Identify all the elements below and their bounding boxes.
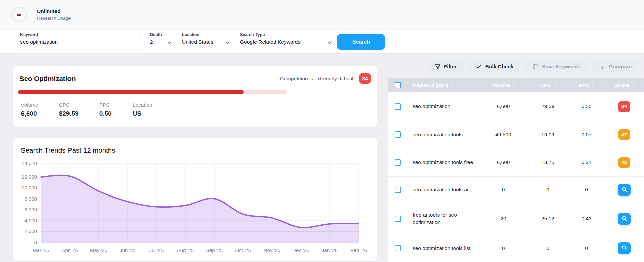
keyword-field[interactable]: Keyword: [15, 35, 141, 49]
keywords-table: Keyword (237) Volume CPC PPC Score seo o…: [388, 78, 644, 262]
chart-title: Search Trends Past 12 months: [13, 138, 377, 155]
stat-volume: Volume 6,600: [21, 102, 38, 117]
sort-icon[interactable]: [592, 83, 594, 87]
svg-text:Jul '25: Jul '25: [149, 247, 164, 253]
keyword-title: Seo Optimization: [19, 75, 76, 83]
location-select-value: United States: [182, 35, 213, 49]
keyword-search-button[interactable]: [618, 184, 631, 196]
ppc-cell: 0.31: [569, 159, 604, 165]
search-trends-chart: 02,0004,0006,0008,00010,00012,00014,520M…: [13, 157, 377, 261]
score-badge: 42: [618, 157, 630, 168]
svg-text:Sep '25: Sep '25: [206, 247, 223, 253]
column-header-ppc[interactable]: PPC: [569, 82, 604, 88]
volume-cell: 0: [480, 245, 527, 251]
overview-stats: Volume 6,600 CPC $29.59 PPC 0.50 Locatio…: [13, 94, 377, 117]
column-header-keyword[interactable]: Keyword (237): [413, 82, 480, 89]
funnel-icon: [435, 64, 441, 70]
keyword-input[interactable]: [15, 35, 141, 49]
trends-card: Search Trends Past 12 months 02,0004,000…: [13, 138, 377, 261]
svg-text:Apr '25: Apr '25: [62, 247, 78, 253]
competition-score-badge: 84: [359, 73, 371, 84]
column-header-score[interactable]: Score: [604, 82, 644, 88]
score-badge: 47: [618, 129, 630, 140]
plan-usage-label: Research Usage: [37, 16, 71, 21]
depth-select[interactable]: Depth 2: [145, 35, 177, 49]
keyword-cell: seo optimization: [413, 103, 480, 110]
cpc-cell: 29.59: [527, 103, 569, 110]
chevron-down-icon: [328, 40, 332, 44]
infinity-glyph: ∞: [17, 11, 22, 18]
save-keywords-button[interactable]: Save Keywords: [526, 59, 587, 74]
search-type-select[interactable]: Search Type Google Related Keywords: [235, 35, 338, 49]
ppc-cell: 0.07: [569, 132, 604, 138]
keyword-cell: seo optimization tools: [413, 131, 480, 138]
svg-text:12,000: 12,000: [21, 174, 37, 180]
svg-text:6,000: 6,000: [24, 207, 37, 212]
bulk-check-button[interactable]: Bulk Check: [469, 59, 520, 74]
compare-button[interactable]: Compare: [593, 59, 638, 74]
keyword-search-button[interactable]: [618, 242, 631, 254]
table-toolbar: Filter Bulk Check Save Keywords Compare: [388, 59, 644, 74]
sort-icon[interactable]: [451, 83, 453, 87]
chevron-down-icon: [225, 40, 230, 44]
svg-text:10,000: 10,000: [21, 185, 37, 190]
cpc-cell: 19.09: [527, 132, 569, 138]
table-row: seo optimization tools list 0 0 0: [388, 234, 644, 262]
location-select[interactable]: Location United States: [177, 35, 235, 49]
bar-chart-icon: [600, 64, 606, 70]
save-icon: [533, 64, 539, 70]
volume-cell: 6,600: [480, 159, 527, 165]
plan-name: Unlimited: [37, 8, 71, 14]
svg-text:May '25: May '25: [90, 247, 107, 253]
row-checkbox[interactable]: [395, 187, 401, 193]
ppc-cell: 0.43: [569, 216, 604, 222]
stat-ppc: PPC 0.50: [99, 102, 112, 117]
volume-cell: 49,500: [480, 132, 527, 138]
keyword-search-button[interactable]: [618, 213, 631, 225]
check-icon: [476, 64, 482, 70]
volume-cell: 0: [480, 187, 527, 193]
keyword-cell: free ai tools for seo optimization: [413, 211, 480, 226]
topbar: ∞ Unlimited Research Usage: [0, 0, 644, 29]
stat-location: Location US: [133, 102, 152, 117]
table-header: Keyword (237) Volume CPC PPC Score: [388, 78, 644, 92]
svg-text:Mar '25: Mar '25: [33, 247, 49, 253]
score-badge: 84: [618, 101, 630, 112]
table-row: seo optimization tools ai 0 0 0: [388, 177, 644, 203]
magnifier-icon: [621, 245, 627, 252]
volume-cell: 6,600: [480, 103, 527, 110]
column-header-cpc[interactable]: CPC: [527, 82, 569, 88]
ppc-cell: 0.50: [569, 103, 604, 110]
column-header-volume[interactable]: Volume: [480, 82, 527, 88]
row-checkbox[interactable]: [395, 216, 401, 222]
svg-text:Dec '25: Dec '25: [292, 247, 309, 253]
volume-cell: 20: [480, 216, 527, 222]
sort-icon[interactable]: [632, 83, 634, 87]
row-checkbox[interactable]: [395, 245, 401, 251]
competition-text: Competition is extremely difficult: [280, 76, 355, 82]
search-form: Keyword Depth 2 Location United States S…: [0, 30, 644, 54]
svg-text:8,000: 8,000: [24, 196, 37, 202]
stat-cpc: CPC $29.59: [59, 102, 79, 117]
svg-text:Jan '26: Jan '26: [322, 247, 338, 253]
select-all-checkbox[interactable]: [395, 82, 401, 88]
table-row: seo optimization tools free 6,600 13.75 …: [388, 148, 644, 177]
row-checkbox[interactable]: [395, 103, 401, 110]
search-button[interactable]: Search: [337, 34, 385, 50]
magnifier-icon: [621, 186, 627, 193]
table-row: seo optimization tools 49,500 19.09 0.07…: [388, 121, 644, 148]
ppc-cell: 0: [569, 187, 604, 193]
chevron-down-icon: [167, 40, 172, 44]
row-checkbox[interactable]: [395, 131, 401, 138]
svg-text:Feb '26: Feb '26: [350, 247, 367, 253]
sort-icon[interactable]: [513, 83, 515, 87]
keyword-cell: seo optimization tools list: [413, 245, 480, 252]
row-checkbox[interactable]: [395, 159, 401, 166]
cpc-cell: 0: [527, 245, 569, 251]
filter-button[interactable]: Filter: [428, 59, 463, 74]
cpc-cell: 0: [527, 187, 569, 193]
svg-text:0: 0: [34, 239, 37, 245]
sort-icon[interactable]: [554, 83, 556, 87]
keyword-cell: seo optimization tools free: [413, 159, 480, 166]
competition-progress-fill: [18, 90, 244, 94]
